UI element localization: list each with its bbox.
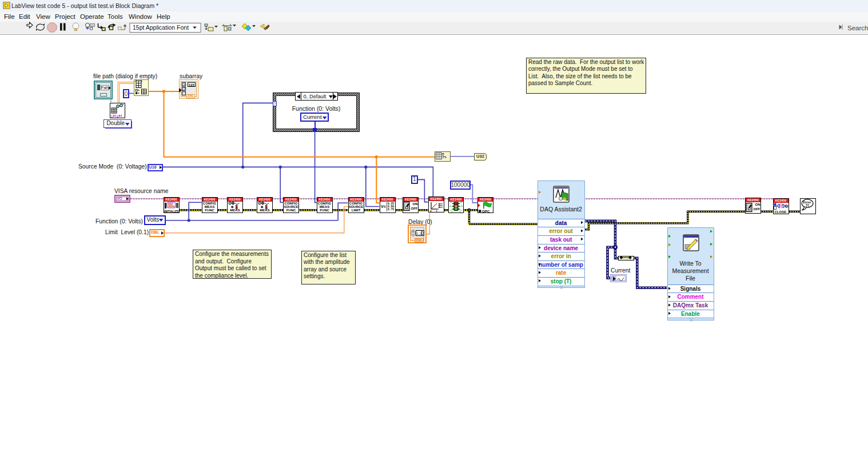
svg-text:0.75: 0.75 <box>388 208 394 211</box>
svg-text:1: 1 <box>111 115 113 118</box>
svg-text:2: 2 <box>117 115 119 118</box>
svg-text:HIGH: HIGH <box>168 205 174 208</box>
svg-text:?!: ?! <box>806 203 809 207</box>
svg-text:CLOSE: CLOSE <box>774 210 786 214</box>
svg-text:0: 0 <box>430 209 432 213</box>
svg-text:INITIALIZE: INITIALIZE <box>164 209 179 213</box>
svg-text:V=: V= <box>381 205 386 209</box>
svg-text:OPC: OPC <box>482 209 490 213</box>
svg-text:I: I <box>436 209 437 213</box>
